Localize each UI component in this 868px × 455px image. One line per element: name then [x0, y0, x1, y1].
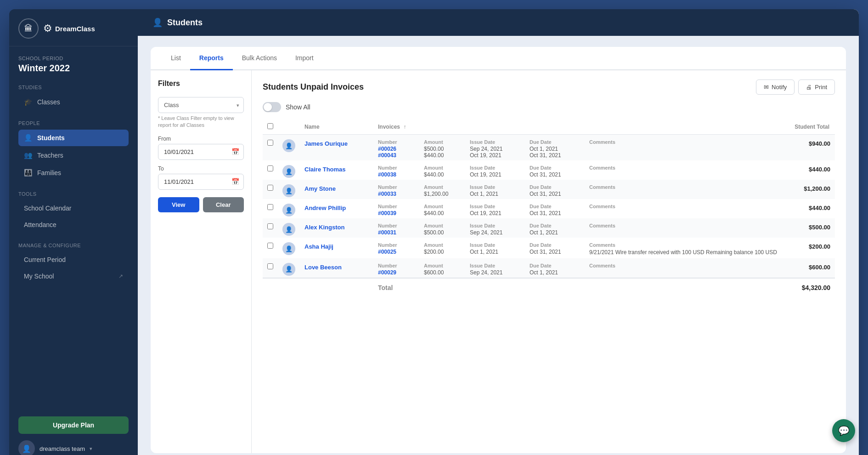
chat-bubble[interactable]: 💬: [832, 419, 855, 442]
class-filter-select[interactable]: Class: [158, 97, 244, 113]
invoice-comments: [589, 210, 785, 216]
invoice-number[interactable]: #00029: [378, 269, 424, 276]
filters-panel: Filters Class ▾ * Leave Class Filter emp…: [151, 70, 252, 453]
invoice-number[interactable]: #00026: [378, 146, 424, 152]
show-all-label: Show All: [286, 103, 310, 111]
invoice-number[interactable]: #00039: [378, 210, 424, 216]
upgrade-plan-button[interactable]: Upgrade Plan: [18, 416, 129, 434]
student-total: $600.00: [809, 264, 830, 271]
main-body: List Reports Bulk Actions Import Filters…: [138, 36, 859, 455]
invoices-sort-icon[interactable]: ↑: [403, 124, 406, 130]
brand-name: DreamClass: [55, 25, 95, 33]
student-total: $440.00: [809, 166, 830, 173]
to-date-input[interactable]: [158, 174, 244, 190]
sidebar-item-school-calendar-label: School Calendar: [24, 205, 72, 212]
row-name-cell: Alex Kingston: [300, 218, 373, 238]
view-button[interactable]: View: [158, 197, 199, 212]
sub-header-item: Issue Date: [470, 242, 530, 248]
sidebar: 🏛 ⚙ DreamClass School Period Winter 2022…: [9, 9, 138, 455]
invoice-comments: [589, 146, 785, 152]
sub-header-item: Number: [378, 242, 424, 248]
studies-section: Studies 🎓 Classes: [9, 77, 138, 113]
invoice-number[interactable]: #00025: [378, 249, 424, 256]
sidebar-item-teachers[interactable]: 👥 Teachers: [18, 147, 129, 164]
sidebar-item-attendance[interactable]: Attendance: [18, 217, 129, 233]
invoice-number[interactable]: #00033: [378, 191, 424, 197]
invoice-due-date: Oct 31, 2021: [530, 171, 589, 178]
class-filter-note: * Leave Class Filter empty to view repor…: [158, 115, 244, 129]
row-checkbox[interactable]: [267, 204, 273, 210]
grand-total-label: Total: [373, 278, 790, 297]
tab-list[interactable]: List: [162, 47, 190, 70]
invoice-issue-date: Oct 19, 2021: [470, 171, 530, 178]
sub-header-item: Amount: [424, 165, 470, 171]
logo-icon[interactable]: 🏛: [18, 18, 39, 39]
row-invoices-cell: NumberAmountIssue DateDue DateComments #…: [373, 258, 790, 278]
row-checkbox[interactable]: [267, 263, 273, 269]
invoice-table: Name Invoices ↑ Student Total: [263, 119, 835, 297]
families-icon: 👨‍👩‍👧: [24, 169, 33, 177]
student-name-link[interactable]: Claire Thomas: [304, 166, 346, 173]
invoice-row: #00033 $1,200.00 Oct 1, 2021 Oct 31, 202…: [378, 191, 785, 197]
row-checkbox[interactable]: [267, 243, 273, 249]
sub-header-item: Comments: [589, 242, 785, 248]
sub-header-item: Due Date: [530, 139, 589, 145]
student-total: $200.00: [809, 243, 830, 250]
sidebar-header: 🏛 ⚙ DreamClass: [9, 9, 138, 46]
student-name-link[interactable]: Alex Kingston: [304, 224, 344, 231]
show-all-toggle[interactable]: [263, 102, 281, 112]
invoice-row: #00038 $440.00 Oct 19, 2021 Oct 31, 2021: [378, 171, 785, 178]
row-avatar-cell: 👤: [278, 135, 300, 161]
sidebar-item-students[interactable]: 👤 Students: [18, 130, 129, 146]
invoice-number[interactable]: #00031: [378, 229, 424, 236]
table-row: 👤 Alex Kingston NumberAmountIssue DateDu…: [263, 218, 835, 238]
sidebar-item-my-school[interactable]: My School ↗: [18, 268, 129, 284]
row-checkbox[interactable]: [267, 185, 273, 191]
invoice-comments: [589, 229, 785, 236]
notify-button[interactable]: ✉ Notify: [756, 80, 795, 95]
sidebar-item-school-calendar[interactable]: School Calendar: [18, 200, 129, 216]
tab-reports[interactable]: Reports: [190, 47, 233, 70]
manage-section: Manage & Configure Current Period My Sch…: [9, 235, 138, 287]
row-total-cell: $940.00: [790, 135, 835, 161]
main-header: 👤 Students: [138, 9, 859, 36]
sub-header-item: Due Date: [530, 223, 589, 228]
row-checkbox-cell: [263, 199, 278, 218]
sub-header-item: Due Date: [530, 263, 589, 268]
student-name-link[interactable]: James Ourique: [304, 140, 348, 147]
clear-button[interactable]: Clear: [203, 197, 244, 212]
user-area[interactable]: 👤 dreamclass team ▾: [18, 440, 129, 455]
row-checkbox[interactable]: [267, 140, 273, 146]
invoice-due-date: Oct 31, 2021: [530, 191, 589, 197]
tab-import[interactable]: Import: [286, 47, 323, 70]
invoice-number[interactable]: #00038: [378, 171, 424, 178]
sidebar-item-families[interactable]: 👨‍👩‍👧 Families: [18, 165, 129, 181]
filters-title: Filters: [158, 80, 244, 88]
row-checkbox[interactable]: [267, 165, 273, 171]
select-all-checkbox[interactable]: [267, 123, 273, 129]
student-name-link[interactable]: Andrew Phillip: [304, 205, 346, 211]
sub-header-item: Issue Date: [470, 223, 530, 228]
row-checkbox[interactable]: [267, 223, 273, 229]
school-period-label: School Period: [18, 56, 129, 61]
table-row: 👤 Claire Thomas NumberAmountIssue DateDu…: [263, 160, 835, 180]
student-name-link[interactable]: Love Beeson: [304, 264, 342, 271]
sidebar-item-current-period[interactable]: Current Period: [18, 252, 129, 267]
total-empty: [263, 278, 373, 297]
invoice-number[interactable]: #00043: [378, 152, 424, 159]
tab-bulk-actions[interactable]: Bulk Actions: [233, 47, 286, 70]
invoice-sub-header: NumberAmountIssue DateDue DateComments: [378, 223, 785, 228]
report-header: Students Unpaid Invoices ✉ Notify 🖨 Prin…: [263, 80, 835, 95]
row-avatar-cell: 👤: [278, 160, 300, 180]
from-date-input[interactable]: [158, 144, 244, 160]
notify-icon: ✉: [764, 84, 769, 91]
sidebar-item-classes[interactable]: 🎓 Classes: [18, 94, 129, 110]
row-checkbox-cell: [263, 218, 278, 238]
row-checkbox-cell: [263, 135, 278, 161]
row-name-cell: Claire Thomas: [300, 160, 373, 180]
from-date-wrapper: 📅: [158, 144, 244, 160]
student-name-link[interactable]: Amy Stone: [304, 185, 336, 192]
print-button[interactable]: 🖨 Print: [798, 80, 835, 95]
student-name-link[interactable]: Asha Hajij: [304, 243, 333, 250]
sidebar-item-teachers-label: Teachers: [37, 152, 63, 159]
